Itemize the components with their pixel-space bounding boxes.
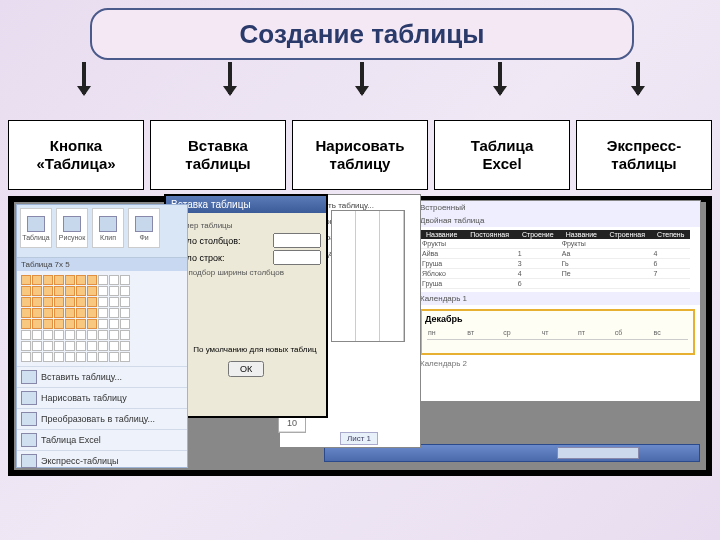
grid-cell[interactable] [120, 330, 130, 340]
grid-cell[interactable] [43, 308, 53, 318]
grid-cell[interactable] [98, 330, 108, 340]
grid-cell[interactable] [65, 308, 75, 318]
table-dropdown-menu: Вставить таблицу...Нарисовать таблицуПре… [17, 366, 187, 471]
grid-cell[interactable] [98, 297, 108, 307]
grid-cell[interactable] [76, 341, 86, 351]
grid-cell[interactable] [54, 297, 64, 307]
grid-cell[interactable] [109, 319, 119, 329]
default-checkbox-row[interactable]: По умолчанию для новых таблиц [171, 336, 321, 355]
grid-cell[interactable] [76, 297, 86, 307]
grid-cell[interactable] [109, 341, 119, 351]
sheet-tab[interactable]: Лист 1 [340, 432, 378, 445]
grid-cell[interactable] [43, 341, 53, 351]
ribbon-icon[interactable]: Фи [128, 208, 160, 248]
grid-cell[interactable] [76, 275, 86, 285]
grid-cell[interactable] [120, 286, 130, 296]
table-button-panel: ТаблицаРисунокКлипФи Таблица 7x 5 Встави… [16, 204, 188, 468]
grid-cell[interactable] [32, 319, 42, 329]
grid-cell[interactable] [76, 330, 86, 340]
grid-cell[interactable] [32, 352, 42, 362]
grid-cell[interactable] [98, 275, 108, 285]
grid-cell[interactable] [43, 297, 53, 307]
grid-cell[interactable] [43, 330, 53, 340]
zoom-slider[interactable] [557, 447, 639, 459]
grid-cell[interactable] [65, 330, 75, 340]
grid-cell[interactable] [43, 319, 53, 329]
grid-cell[interactable] [54, 275, 64, 285]
grid-cell[interactable] [98, 308, 108, 318]
grid-cell[interactable] [21, 319, 31, 329]
grid-cell[interactable] [109, 297, 119, 307]
table-menu-item[interactable]: Вставить таблицу... [17, 366, 187, 387]
grid-cell[interactable] [98, 286, 108, 296]
grid-cell[interactable] [32, 297, 42, 307]
grid-cell[interactable] [54, 319, 64, 329]
grid-cell[interactable] [32, 330, 42, 340]
grid-cell[interactable] [109, 286, 119, 296]
spin-input[interactable] [273, 233, 321, 248]
ok-button[interactable]: ОК [228, 361, 264, 377]
grid-cell[interactable] [32, 275, 42, 285]
grid-cell[interactable] [76, 308, 86, 318]
grid-cell[interactable] [43, 275, 53, 285]
grid-cell[interactable] [54, 341, 64, 351]
table-menu-item[interactable]: Нарисовать таблицу [17, 387, 187, 408]
grid-cell[interactable] [54, 330, 64, 340]
grid-cell[interactable] [98, 341, 108, 351]
grid-cell[interactable] [98, 319, 108, 329]
grid-cell[interactable] [32, 286, 42, 296]
grid-cell[interactable] [87, 319, 97, 329]
grid-cell[interactable] [120, 352, 130, 362]
grid-cell[interactable] [87, 330, 97, 340]
grid-cell[interactable] [65, 341, 75, 351]
grid-cell[interactable] [76, 286, 86, 296]
grid-cell[interactable] [54, 352, 64, 362]
grid-cell[interactable] [54, 308, 64, 318]
grid-cell[interactable] [21, 330, 31, 340]
grid-cell[interactable] [21, 341, 31, 351]
ribbon-icon[interactable]: Рисунок [56, 208, 88, 248]
grid-cell[interactable] [21, 275, 31, 285]
grid-cell[interactable] [87, 341, 97, 351]
grid-cell[interactable] [109, 352, 119, 362]
calendar1-preview[interactable]: Декабрь пнвтсрчтптсбвс [420, 309, 695, 355]
grid-cell[interactable] [76, 352, 86, 362]
calendar-day: пт [577, 328, 612, 337]
grid-cell[interactable] [120, 275, 130, 285]
table-menu-item[interactable]: Экспресс-таблицы [17, 450, 187, 471]
grid-cell[interactable] [65, 319, 75, 329]
grid-cell[interactable] [87, 308, 97, 318]
grid-cell[interactable] [21, 308, 31, 318]
grid-cell[interactable] [54, 286, 64, 296]
ribbon-icon[interactable]: Таблица [20, 208, 52, 248]
grid-cell[interactable] [21, 297, 31, 307]
grid-cell[interactable] [43, 352, 53, 362]
grid-cell[interactable] [32, 341, 42, 351]
grid-cell[interactable] [120, 341, 130, 351]
grid-cell[interactable] [120, 319, 130, 329]
grid-cell[interactable] [65, 286, 75, 296]
grid-cell[interactable] [109, 308, 119, 318]
ribbon-icon[interactable]: Клип [92, 208, 124, 248]
table-menu-item[interactable]: Преобразовать в таблицу... [17, 408, 187, 429]
grid-cell[interactable] [65, 275, 75, 285]
grid-cell[interactable] [98, 352, 108, 362]
grid-cell[interactable] [65, 352, 75, 362]
grid-cell[interactable] [120, 297, 130, 307]
table-size-grid[interactable] [17, 271, 187, 366]
grid-cell[interactable] [21, 286, 31, 296]
grid-cell[interactable] [65, 297, 75, 307]
grid-cell[interactable] [43, 286, 53, 296]
spin-input[interactable] [273, 250, 321, 265]
grid-cell[interactable] [87, 297, 97, 307]
grid-cell[interactable] [109, 330, 119, 340]
grid-cell[interactable] [109, 275, 119, 285]
grid-cell[interactable] [76, 319, 86, 329]
grid-cell[interactable] [87, 275, 97, 285]
grid-cell[interactable] [87, 286, 97, 296]
grid-cell[interactable] [87, 352, 97, 362]
table-menu-item[interactable]: Таблица Excel [17, 429, 187, 450]
grid-cell[interactable] [120, 308, 130, 318]
grid-cell[interactable] [21, 352, 31, 362]
grid-cell[interactable] [32, 308, 42, 318]
